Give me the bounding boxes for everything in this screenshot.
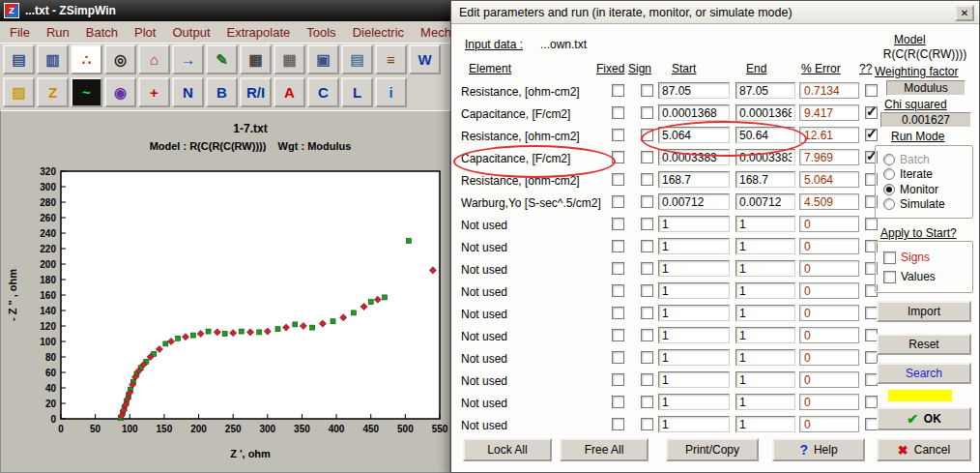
start-input[interactable]: [658, 127, 730, 143]
eye-icon[interactable]: ◉: [104, 77, 136, 107]
end-input[interactable]: [735, 260, 795, 277]
start-input[interactable]: [658, 327, 730, 343]
print-setup-icon[interactable]: ▦: [274, 44, 305, 74]
end-input[interactable]: [735, 327, 795, 343]
menu-batch[interactable]: Batch: [86, 25, 118, 40]
go-arrow-icon[interactable]: →: [172, 44, 204, 74]
run-mode-monitor[interactable]: Monitor: [883, 183, 965, 196]
sign-checkbox[interactable]: [641, 307, 653, 319]
end-input[interactable]: [735, 171, 795, 188]
home-icon[interactable]: ⌂: [138, 44, 170, 74]
radio-icon[interactable]: [883, 184, 895, 195]
copy-icon[interactable]: ▣: [307, 44, 339, 74]
info-icon[interactable]: i: [375, 77, 407, 107]
main-titlebar[interactable]: Z ...txt - ZSimpWin: [0, 0, 454, 21]
fixed-checkbox[interactable]: [612, 195, 624, 208]
end-input[interactable]: [735, 238, 795, 254]
radio-icon[interactable]: [883, 154, 895, 165]
bode-plot-icon[interactable]: B: [206, 77, 238, 107]
radio-icon[interactable]: [883, 168, 895, 180]
sign-checkbox[interactable]: [641, 84, 653, 97]
fixed-checkbox[interactable]: [612, 240, 624, 252]
start-input[interactable]: [658, 82, 730, 99]
end-input[interactable]: [735, 82, 795, 99]
start-input[interactable]: [658, 216, 730, 232]
clipboard-icon[interactable]: ≡: [375, 44, 407, 74]
end-input[interactable]: [735, 216, 795, 232]
start-input[interactable]: [658, 305, 730, 321]
radio-icon[interactable]: [883, 198, 895, 210]
start-input[interactable]: [658, 171, 730, 188]
fixed-checkbox[interactable]: [612, 396, 624, 408]
inductance-plot-icon[interactable]: L: [341, 77, 373, 107]
fixed-checkbox[interactable]: [612, 329, 624, 341]
end-input[interactable]: [735, 305, 795, 321]
move-icon[interactable]: +: [138, 77, 170, 107]
run-mode-iterate[interactable]: Iterate: [883, 167, 965, 181]
end-input[interactable]: [735, 104, 795, 121]
print-copy-button[interactable]: Print/Copy: [666, 438, 759, 461]
pages-icon[interactable]: ▤: [341, 44, 373, 74]
run-mode-simulate[interactable]: Simulate: [883, 197, 965, 211]
waveform-icon[interactable]: ~: [71, 77, 102, 107]
menu-dielectric[interactable]: Dielectric: [353, 25, 404, 40]
end-input[interactable]: [735, 193, 795, 210]
sign-checkbox[interactable]: [641, 240, 653, 252]
start-input[interactable]: [658, 193, 730, 210]
checkbox-icon[interactable]: [883, 271, 896, 283]
sign-checkbox[interactable]: [641, 329, 653, 341]
sign-checkbox[interactable]: [641, 262, 653, 275]
print-icon[interactable]: ▦: [240, 44, 272, 74]
help-button[interactable]: ? Help: [772, 438, 865, 461]
fixed-checkbox[interactable]: [612, 218, 624, 230]
start-input[interactable]: [658, 416, 730, 432]
free-all-button[interactable]: Free All: [560, 438, 649, 461]
start-input[interactable]: [658, 149, 730, 165]
fit-checkbox[interactable]: [865, 106, 878, 119]
sign-checkbox[interactable]: [641, 351, 653, 364]
fixed-checkbox[interactable]: [612, 151, 624, 163]
fit-checkbox[interactable]: [865, 129, 878, 141]
sign-checkbox[interactable]: [641, 106, 653, 119]
sign-checkbox[interactable]: [641, 218, 653, 230]
lock-all-button[interactable]: Lock All: [463, 438, 552, 461]
apply-values[interactable]: Values: [883, 270, 965, 283]
menu-plot[interactable]: Plot: [134, 25, 156, 40]
word-export-icon[interactable]: W: [409, 44, 441, 74]
search-button[interactable]: Search: [877, 363, 971, 384]
start-input[interactable]: [658, 282, 730, 299]
dialog-titlebar[interactable]: Edit parameters and run (in iterate, mon…: [451, 1, 979, 24]
menu-output[interactable]: Output: [172, 25, 210, 40]
sign-checkbox[interactable]: [641, 373, 653, 386]
ok-button[interactable]: ✔ OK: [877, 407, 971, 430]
fixed-checkbox[interactable]: [612, 106, 624, 119]
menu-tools[interactable]: Tools: [306, 25, 335, 40]
end-input[interactable]: [735, 394, 795, 410]
sign-checkbox[interactable]: [641, 396, 653, 408]
fixed-checkbox[interactable]: [612, 84, 624, 97]
fit-checkbox[interactable]: [865, 84, 878, 97]
fixed-checkbox[interactable]: [612, 418, 624, 430]
end-input[interactable]: [735, 371, 795, 388]
sign-checkbox[interactable]: [641, 173, 653, 186]
fixed-checkbox[interactable]: [612, 373, 624, 386]
apply-signs[interactable]: Signs: [883, 251, 965, 264]
start-input[interactable]: [658, 371, 730, 388]
open-data-icon[interactable]: ▨: [3, 77, 35, 107]
fixed-checkbox[interactable]: [612, 173, 624, 186]
end-input[interactable]: [735, 149, 795, 165]
fixed-checkbox[interactable]: [612, 307, 624, 319]
reset-button[interactable]: Reset: [877, 334, 971, 355]
start-input[interactable]: [658, 104, 730, 121]
sign-checkbox[interactable]: [641, 418, 653, 430]
menu-run[interactable]: Run: [46, 25, 70, 40]
menu-extrapolate[interactable]: Extrapolate: [227, 25, 291, 40]
z-file-icon[interactable]: Z: [37, 77, 69, 107]
close-icon[interactable]: ✕: [955, 5, 974, 21]
fit-checkbox[interactable]: [865, 218, 878, 230]
fit-edit-icon[interactable]: ✎: [206, 44, 238, 74]
end-input[interactable]: [735, 349, 795, 366]
binoculars-icon[interactable]: ◎: [104, 44, 136, 74]
menu-file[interactable]: File: [10, 25, 30, 40]
sign-checkbox[interactable]: [641, 129, 653, 141]
